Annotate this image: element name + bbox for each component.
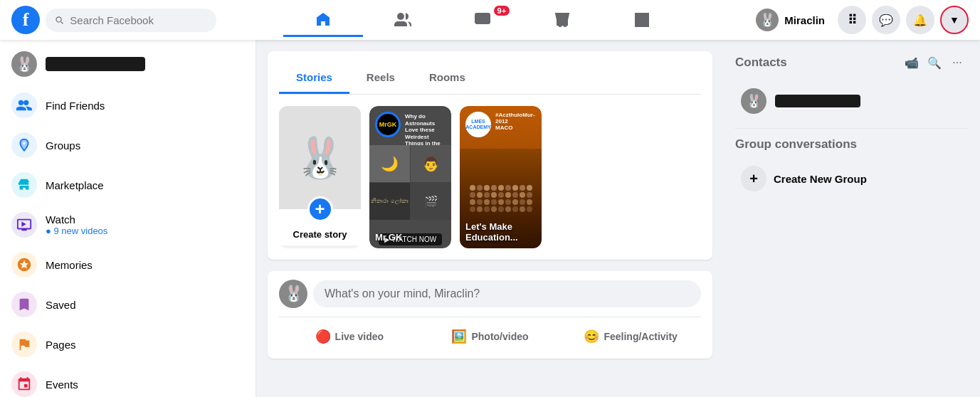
pages-icon bbox=[11, 332, 37, 357]
stories-card: Stories Reels Rooms 🐰 + Create story bbox=[268, 51, 712, 260]
pages-label: Pages bbox=[46, 339, 76, 351]
photo-video-label: Photo/video bbox=[471, 331, 528, 342]
sidebar-user-profile[interactable]: 🐰 bbox=[6, 46, 250, 83]
svg-rect-8 bbox=[643, 21, 648, 26]
post-user-avatar: 🐰 bbox=[279, 280, 307, 308]
watch-icon bbox=[11, 212, 37, 238]
gk-image-grid: 🌙 👨 නිතාරා ලෝකා 🎬 bbox=[369, 145, 451, 220]
nav-watch-button[interactable]: 9+ bbox=[443, 3, 522, 37]
center-feed: Stories Reels Rooms 🐰 + Create story bbox=[256, 40, 724, 397]
events-label: Events bbox=[46, 379, 78, 391]
create-story-plus-icon: + bbox=[307, 196, 333, 222]
more-contacts-button[interactable]: ··· bbox=[946, 51, 969, 74]
saved-icon bbox=[11, 292, 37, 317]
sidebar-item-events[interactable]: Events bbox=[6, 364, 250, 397]
nav-center: 9+ bbox=[222, 3, 743, 37]
svg-rect-7 bbox=[636, 21, 641, 26]
watch-badge: 9+ bbox=[494, 6, 510, 16]
nav-marketplace-button[interactable] bbox=[522, 3, 602, 37]
groups-icon bbox=[11, 132, 37, 158]
left-sidebar: 🐰 Find Friends Groups Marketplace bbox=[0, 40, 256, 397]
group-conversations-title: Group conversations bbox=[735, 137, 969, 152]
story-education[interactable]: LMESACADEMY #AczthuloMur-2012MACO bbox=[460, 106, 542, 248]
nav-right-actions: 🐰 Miraclin ⠿ 💬 🔔 ▼ bbox=[749, 4, 969, 36]
watch-new-videos-label: ● 9 new videos bbox=[46, 226, 107, 236]
sidebar-item-marketplace[interactable]: Marketplace bbox=[6, 165, 250, 205]
right-sidebar: Contacts 📹 🔍 ··· 🐰 Group conversations +… bbox=[724, 40, 980, 397]
create-story-card[interactable]: 🐰 + Create story bbox=[279, 106, 361, 248]
contacts-title: Contacts bbox=[735, 55, 900, 70]
photo-video-icon: 🖼️ bbox=[451, 329, 467, 344]
photo-video-button[interactable]: 🖼️ Photo/video bbox=[420, 323, 561, 350]
nav-menu-button[interactable] bbox=[602, 3, 682, 37]
watch-label: Watch bbox=[46, 213, 107, 226]
sidebar-item-watch[interactable]: Watch ● 9 new videos bbox=[6, 205, 250, 245]
contact-avatar: 🐰 bbox=[741, 88, 766, 114]
main-layout: 🐰 Find Friends Groups Marketplace bbox=[0, 40, 980, 397]
search-contacts-button[interactable]: 🔍 bbox=[923, 51, 946, 74]
groups-label: Groups bbox=[46, 139, 80, 152]
messenger-button[interactable]: 💬 bbox=[872, 6, 900, 34]
edu-hashtag: #AczthuloMur-2012MACO bbox=[495, 112, 542, 131]
sidebar-username-block bbox=[46, 57, 145, 71]
post-input-button[interactable]: What's on your mind, Miraclin? bbox=[313, 280, 701, 307]
svg-rect-5 bbox=[636, 14, 641, 19]
create-new-group-button[interactable]: + Create New Group bbox=[735, 160, 969, 197]
saved-label: Saved bbox=[46, 299, 76, 311]
story-mrgk[interactable]: MrGK Why do Astronauts Love these Weirde… bbox=[369, 106, 451, 248]
nav-home-button[interactable] bbox=[283, 3, 363, 37]
user-profile-button[interactable]: 🐰 Miraclin bbox=[749, 4, 832, 36]
tab-rooms[interactable]: Rooms bbox=[412, 63, 483, 94]
sidebar-item-pages[interactable]: Pages bbox=[6, 324, 250, 364]
search-input[interactable] bbox=[70, 14, 208, 26]
dropdown-button[interactable]: ▼ bbox=[940, 6, 969, 34]
feeling-label: Feeling/Activity bbox=[604, 331, 677, 342]
sidebar-item-saved[interactable]: Saved bbox=[6, 285, 250, 324]
education-name-label: Let's Make Education... bbox=[465, 221, 542, 243]
story-edu-inner: LMESACADEMY #AczthuloMur-2012MACO bbox=[460, 106, 542, 248]
events-icon bbox=[11, 371, 37, 397]
marketplace-icon bbox=[11, 172, 37, 198]
mrgk-avatar: MrGK bbox=[375, 112, 401, 137]
memories-label: Memories bbox=[46, 259, 93, 271]
top-navigation: f 9+ 🐰 Miraclin bbox=[0, 0, 980, 40]
stories-list: 🐰 + Create story MrGK Why do Astronauts … bbox=[279, 106, 701, 248]
tab-stories[interactable]: Stories bbox=[279, 63, 349, 94]
create-story-bottom: + Create story bbox=[279, 209, 361, 245]
sidebar-item-find-friends[interactable]: Find Friends bbox=[6, 85, 250, 125]
contacts-header: Contacts 📹 🔍 ··· bbox=[735, 51, 969, 74]
nav-friends-button[interactable] bbox=[363, 3, 443, 37]
avatar: 🐰 bbox=[756, 9, 779, 31]
create-story-label: Create story bbox=[285, 229, 355, 240]
education-logo: LMESACADEMY bbox=[465, 112, 491, 137]
sidebar-item-memories[interactable]: Memories bbox=[6, 245, 250, 285]
create-group-label: Create New Group bbox=[774, 173, 867, 185]
sidebar-avatar: 🐰 bbox=[11, 51, 37, 77]
marketplace-label: Marketplace bbox=[46, 179, 104, 191]
create-story-image: 🐰 bbox=[279, 106, 361, 209]
live-video-icon: 🔴 bbox=[315, 329, 331, 344]
story-gk-inner: MrGK Why do Astronauts Love these Weirde… bbox=[369, 106, 451, 248]
create-group-plus-icon: + bbox=[741, 166, 766, 191]
sidebar-item-groups[interactable]: Groups bbox=[6, 125, 250, 165]
dropdown-arrow-icon: ▼ bbox=[949, 14, 959, 26]
svg-rect-6 bbox=[643, 14, 648, 19]
live-video-label: Live video bbox=[335, 331, 384, 342]
post-box-top: 🐰 What's on your mind, Miraclin? bbox=[279, 280, 701, 308]
post-box-actions: 🔴 Live video 🖼️ Photo/video 😊 Feeling/Ac… bbox=[279, 317, 701, 350]
feeling-icon: 😊 bbox=[584, 329, 599, 344]
contact-item[interactable]: 🐰 bbox=[735, 83, 969, 120]
feeling-activity-button[interactable]: 😊 Feeling/Activity bbox=[560, 323, 701, 350]
mrgk-name-label: Mr.GK bbox=[375, 232, 402, 243]
video-call-button[interactable]: 📹 bbox=[900, 51, 923, 74]
grid-menu-button[interactable]: ⠿ bbox=[838, 6, 866, 34]
live-video-button[interactable]: 🔴 Live video bbox=[279, 323, 420, 350]
search-bar[interactable] bbox=[46, 9, 216, 32]
svg-point-0 bbox=[398, 14, 404, 19]
post-box: 🐰 What's on your mind, Miraclin? 🔴 Live … bbox=[268, 271, 712, 359]
tab-reels[interactable]: Reels bbox=[349, 63, 412, 94]
username-label: Miraclin bbox=[784, 14, 825, 26]
contact-name bbox=[775, 95, 860, 107]
memories-icon bbox=[11, 252, 37, 277]
notifications-button[interactable]: 🔔 bbox=[906, 6, 934, 34]
